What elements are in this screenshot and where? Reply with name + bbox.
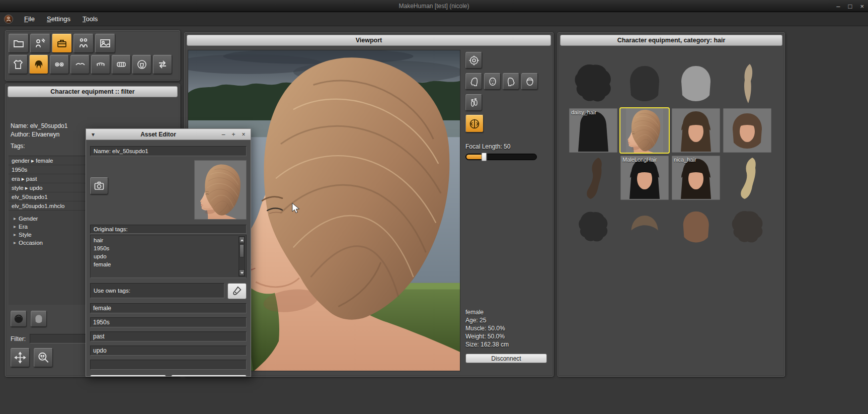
tree-item-occasion[interactable]: ▸ Occasion: [9, 239, 94, 247]
hair-thumbnail[interactable]: [620, 203, 669, 247]
expand-arrow-icon[interactable]: ▸: [14, 215, 16, 223]
tag-list-item[interactable]: elv_50supdo1: [9, 192, 94, 201]
filter-input[interactable]: [30, 334, 86, 343]
tab-eyelashes[interactable]: [91, 55, 110, 74]
tags-listbox: gender ▸ female 1950s era ▸ past style ▸…: [9, 156, 94, 305]
symmetry-toggle-button[interactable]: [465, 115, 484, 132]
head-back-view-button[interactable]: [521, 73, 538, 90]
hair-thumbnail[interactable]: [723, 61, 771, 105]
hair-thumbnail[interactable]: [569, 61, 617, 105]
menu-tools[interactable]: Tools: [77, 14, 103, 24]
inspect-tool-button[interactable]: [34, 348, 53, 367]
hair-thumbnail-malelonghair[interactable]: MaleLongHair: [620, 156, 669, 200]
hair-thumbnail[interactable]: [569, 203, 617, 247]
tab-modelling[interactable]: [30, 34, 50, 53]
hair-thumb-image: [569, 203, 617, 247]
own-tag-input-4[interactable]: [90, 346, 247, 356]
expand-arrow-icon[interactable]: ▸: [14, 239, 16, 247]
maximize-icon[interactable]: +: [229, 130, 238, 139]
tab-tongue[interactable]: [132, 55, 151, 74]
head-left-icon: [468, 76, 480, 87]
scrollbar-thumb[interactable]: [240, 244, 244, 257]
own-tag-input-3[interactable]: [90, 331, 247, 341]
hair-thumbnail-selected[interactable]: [620, 108, 669, 153]
tag-list-item[interactable]: style ▸ updo: [9, 183, 94, 192]
tab-pose[interactable]: [73, 34, 94, 53]
hair-thumbnail-grid: daisy_hair MaleLongHair nica_hair: [558, 48, 784, 248]
close-icon[interactable]: ×: [240, 130, 248, 139]
hair-thumbnail[interactable]: [620, 61, 669, 105]
tab-clothes[interactable]: [9, 55, 28, 74]
hair-thumbnail[interactable]: [723, 203, 771, 247]
feet-view-button[interactable]: [465, 94, 482, 111]
tree-item-gender[interactable]: ▸ Gender: [9, 215, 94, 223]
stat-weight: Weight: 50.0%: [465, 332, 548, 340]
tab-eyebrows[interactable]: [70, 55, 90, 74]
scroll-up-icon[interactable]: [239, 237, 245, 243]
tag-list-item[interactable]: gender ▸ female: [9, 156, 94, 165]
tree-item-era[interactable]: ▸ Era: [9, 223, 94, 231]
tag-list-item[interactable]: era ▸ past: [9, 174, 94, 183]
stat-size: Size: 162.38 cm: [465, 340, 548, 349]
tag-list-item[interactable]: elv_50supdo1.mhclo: [9, 201, 94, 211]
swap-icon: [156, 58, 169, 71]
hair-thumbnail[interactable]: [569, 156, 617, 200]
head-front-view-button[interactable]: [484, 73, 501, 90]
hair-thumbnail[interactable]: [723, 156, 771, 200]
tab-proxy[interactable]: [153, 55, 172, 74]
disconnect-button[interactable]: Disconnect: [465, 354, 547, 363]
hair-thumbnail[interactable]: [672, 203, 720, 247]
tags-scrollbar[interactable]: [239, 236, 245, 277]
hair-thumbnail[interactable]: [672, 108, 720, 153]
mini-hair-thumb-1[interactable]: [11, 311, 27, 327]
tab-rendering[interactable]: [95, 34, 115, 53]
focal-length-label: Focal Length: 50: [465, 143, 548, 150]
tab-teeth[interactable]: [112, 55, 131, 74]
capture-thumbnail-button[interactable]: [90, 177, 108, 194]
tab-hair[interactable]: [29, 55, 48, 74]
tree-item-label: Style: [19, 231, 32, 239]
suitcase-icon: [56, 37, 68, 49]
menu-file[interactable]: File: [19, 14, 40, 24]
original-tag-item: female: [91, 260, 246, 268]
focal-slider-handle[interactable]: [482, 153, 487, 161]
mini-hair-thumb-2[interactable]: [31, 311, 47, 327]
head-left-view-button[interactable]: [465, 73, 482, 90]
cancel-button[interactable]: Cancel: [171, 375, 247, 376]
focal-length-slider[interactable]: [465, 154, 537, 160]
tab-geometries[interactable]: [52, 34, 72, 53]
shade-icon[interactable]: ▾: [89, 130, 97, 139]
symmetry-icon: [468, 118, 481, 130]
scroll-down-icon[interactable]: [239, 269, 245, 276]
expand-arrow-icon[interactable]: ▸: [14, 231, 16, 239]
minimize-icon[interactable]: –: [836, 3, 840, 10]
move-tool-button[interactable]: [11, 348, 30, 367]
hair-thumb-image: [672, 108, 720, 153]
orbit-view-button[interactable]: [465, 52, 482, 68]
hair-thumbnail[interactable]: [672, 61, 720, 105]
close-icon[interactable]: ×: [860, 3, 864, 10]
own-tag-input-1[interactable]: [90, 303, 247, 313]
asset-name-field: Name: elv_50supdo1: [90, 146, 247, 156]
expand-arrow-icon[interactable]: ▸: [14, 223, 16, 231]
tab-files[interactable]: [9, 34, 29, 53]
asset-editor-titlebar[interactable]: ▾ Asset Editor – + ×: [86, 129, 251, 140]
own-tag-input-2[interactable]: [90, 317, 247, 327]
menu-settings[interactable]: Settings: [42, 14, 75, 24]
save-button[interactable]: Save: [90, 375, 166, 376]
asset-preview-image: [195, 161, 246, 219]
tree-item-style[interactable]: ▸ Style: [9, 231, 94, 239]
tab-eyes[interactable]: [50, 55, 69, 74]
filter-tools: [11, 348, 53, 367]
tag-list-item[interactable]: 1950s: [9, 165, 94, 174]
clear-tags-button[interactable]: [227, 283, 247, 299]
hair-thumbnail[interactable]: [723, 108, 771, 153]
hair-thumbnail-nica[interactable]: nica_hair: [672, 156, 720, 200]
window-title: MakeHuman [test] (nicole): [0, 3, 868, 10]
minimize-icon[interactable]: –: [219, 130, 227, 139]
own-tag-input-5[interactable]: [90, 360, 247, 370]
hair-thumbnail-daisy[interactable]: daisy_hair: [569, 108, 617, 153]
head-right-view-button[interactable]: [503, 73, 519, 90]
maximize-icon[interactable]: □: [848, 3, 852, 10]
hair-thumb-image: [672, 203, 720, 247]
